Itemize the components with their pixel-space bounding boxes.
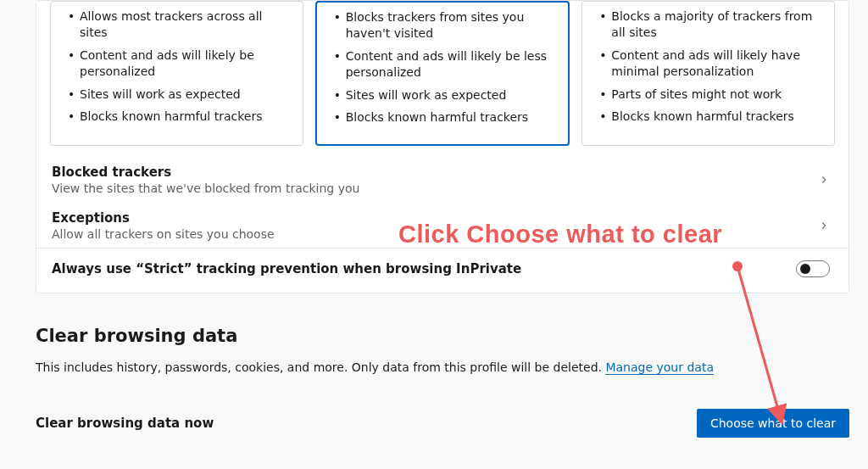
clear-browsing-data-section: Clear browsing data This includes histor… — [36, 326, 849, 377]
list-item: Blocks known harmful trackers — [596, 109, 824, 125]
tracking-prevention-card: Allows most trackers across all sites Co… — [36, 0, 849, 293]
exceptions-title: Exceptions — [52, 210, 275, 226]
list-item: Blocks known harmful trackers — [64, 109, 292, 125]
list-item: Blocks known harmful trackers — [331, 109, 559, 126]
clear-data-heading: Clear browsing data — [36, 326, 849, 346]
list-item: Content and ads will likely have minimal… — [596, 47, 824, 80]
blocked-trackers-row[interactable]: Blocked trackers View the sites that we'… — [36, 156, 849, 202]
strict-inprivate-title: Always use “Strict” tracking prevention … — [52, 261, 521, 276]
manage-your-data-link[interactable]: Manage your data — [605, 360, 714, 375]
list-item: Blocks trackers from sites you haven't v… — [331, 9, 559, 42]
exceptions-row[interactable]: Exceptions Allow all trackers on sites y… — [36, 202, 849, 248]
list-item: Parts of sites might not work — [596, 87, 824, 103]
clear-data-now-row: Clear browsing data now Choose what to c… — [36, 409, 849, 438]
tracking-level-row: Allows most trackers across all sites Co… — [36, 1, 849, 146]
toggle-knob — [800, 264, 810, 274]
clear-data-description: This includes history, passwords, cookie… — [36, 360, 849, 377]
chevron-right-icon — [818, 220, 830, 232]
list-item: Sites will work as expected — [64, 87, 292, 103]
clear-data-now-title: Clear browsing data now — [36, 416, 214, 431]
blocked-trackers-subtitle: View the sites that we've blocked from t… — [52, 181, 359, 195]
clear-data-description-text: This includes history, passwords, cookie… — [36, 360, 605, 374]
list-item: Sites will work as expected — [331, 87, 559, 103]
tracking-level-basic[interactable]: Allows most trackers across all sites Co… — [50, 1, 303, 146]
chevron-right-icon — [818, 174, 830, 186]
tracking-level-strict[interactable]: Blocks a majority of trackers from all s… — [581, 1, 835, 146]
strict-inprivate-row: Always use “Strict” tracking prevention … — [36, 248, 849, 288]
strict-inprivate-toggle[interactable] — [796, 260, 830, 277]
list-item: Content and ads will likely be less pers… — [331, 48, 559, 81]
blocked-trackers-title: Blocked trackers — [52, 165, 359, 180]
choose-what-to-clear-button[interactable]: Choose what to clear — [697, 409, 849, 438]
list-item: Blocks a majority of trackers from all s… — [596, 8, 824, 41]
list-item: Allows most trackers across all sites — [64, 8, 292, 41]
tracking-level-balanced[interactable]: Blocks trackers from sites you haven't v… — [315, 1, 570, 146]
list-item: Content and ads will likely be personali… — [64, 47, 292, 80]
exceptions-subtitle: Allow all trackers on sites you choose — [52, 227, 275, 241]
